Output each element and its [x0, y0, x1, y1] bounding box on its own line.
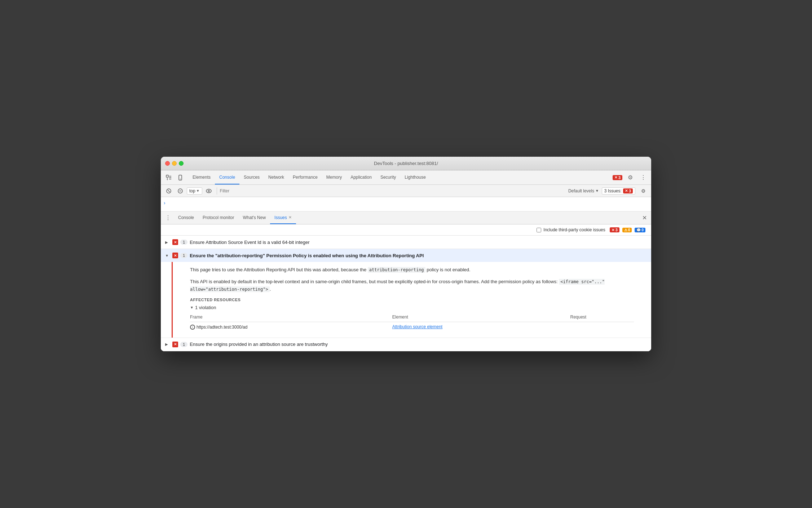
toolbar-separator: [217, 187, 217, 195]
issues-count-badge[interactable]: 3 Issues: ✕ 3: [602, 187, 635, 195]
issue-desc-1: This page tries to use the Attribution R…: [190, 266, 634, 274]
close-issues-tab-icon[interactable]: ✕: [288, 215, 292, 220]
issue-count-1: 1: [180, 240, 187, 245]
frame-icon: i https://adtech.test:3000/ad: [190, 325, 247, 330]
col-element: Element: [392, 313, 570, 322]
issue-row-2: ▼ ✕ 1 Ensure the "attribution-reporting"…: [161, 249, 651, 338]
issue-count-3: 1: [180, 342, 187, 347]
drawer-tab-issues[interactable]: Issues ✕: [270, 211, 296, 224]
tab-security[interactable]: Security: [376, 170, 400, 184]
console-area: ›: [161, 197, 651, 211]
issue-header-3[interactable]: ▶ ✕ 1 Ensure the origins provided in an …: [161, 338, 651, 351]
col-frame: Frame: [190, 313, 392, 322]
console-toolbar: top ▼ Default levels ▼ 3 Issues:: [161, 185, 651, 197]
tab-memory[interactable]: Memory: [322, 170, 346, 184]
more-options-icon[interactable]: ⋮: [638, 173, 648, 183]
context-selector[interactable]: top ▼: [187, 187, 202, 195]
traffic-lights: [165, 161, 184, 166]
tab-sources[interactable]: Sources: [239, 170, 264, 184]
minimize-button[interactable]: [172, 161, 177, 166]
violation-table: Frame Element Request: [190, 313, 634, 332]
issue-desc-2: This API is enabled by default in the to…: [190, 278, 634, 293]
warning-count-item: ⚠ 0: [622, 228, 632, 232]
error-count-item: ✕ 3: [610, 227, 619, 232]
drawer-menu-icon[interactable]: ⋮: [162, 214, 174, 221]
error-count-badge[interactable]: ✕ 3: [613, 175, 622, 180]
console-prompt: ›: [164, 200, 166, 206]
issue-row-3: ▶ ✕ 1 Ensure the origins provided in an …: [161, 338, 651, 351]
issues-toolbar: Include third-party cookie issues ✕ 3 ⚠ …: [161, 224, 651, 236]
toolbar-right: Default levels ▼ 3 Issues: ✕ 3 ⚙: [568, 186, 648, 196]
col-request: Request: [570, 313, 634, 322]
issue-title-1: Ensure Attribution Source Event Id is a …: [190, 240, 309, 245]
tab-performance[interactable]: Performance: [288, 170, 322, 184]
count-badges: ✕ 3 ⚠ 0 💬 0: [610, 227, 645, 232]
drawer: ⋮ Console Protocol monitor What's New Is…: [161, 211, 651, 351]
affected-label: AFFECTED RESOURCES: [190, 298, 634, 302]
clear-console-icon[interactable]: [164, 186, 174, 196]
third-party-checkbox-label[interactable]: Include third-party cookie issues: [537, 227, 605, 232]
top-tabs-icons: [164, 173, 185, 183]
issues-error-badge: ✕ 3: [610, 227, 619, 232]
request-cell: [570, 322, 634, 332]
tab-list: Elements Console Sources Network Perform…: [188, 170, 613, 184]
issue-body-2: This page tries to use the Attribution R…: [172, 262, 651, 337]
issue-header-1[interactable]: ▶ ✕ 1 Ensure Attribution Source Event Id…: [161, 236, 651, 249]
issue-error-icon-2: ✕: [172, 253, 178, 258]
expand-icon-1: ▶: [165, 240, 170, 244]
top-tabs-right: ✕ 3 ⚙ ⋮: [613, 173, 648, 183]
element-cell: Attribution source element: [392, 322, 570, 332]
devtools-body: Elements Console Sources Network Perform…: [161, 170, 651, 351]
affected-resources: AFFECTED RESOURCES ▼ 1 violation Frame E…: [190, 298, 634, 332]
violation-arrow-icon: ▼: [190, 306, 194, 309]
drawer-tab-console[interactable]: Console: [174, 211, 198, 224]
expand-icon-3: ▶: [165, 342, 170, 346]
issue-title-3: Ensure the origins provided in an attrib…: [190, 342, 328, 347]
stop-recording-icon[interactable]: [175, 186, 185, 196]
expand-icon-2: ▼: [165, 254, 170, 258]
tab-console[interactable]: Console: [215, 170, 239, 184]
third-party-checkbox[interactable]: [537, 228, 541, 232]
tab-lighthouse[interactable]: Lighthouse: [400, 170, 430, 184]
svg-rect-0: [166, 175, 168, 177]
frame-circle-icon: i: [190, 325, 195, 330]
top-tab-bar: Elements Console Sources Network Perform…: [161, 170, 651, 185]
code-inline-1: attribution-reporting: [368, 267, 425, 273]
issues-list: ▶ ✕ 1 Ensure Attribution Source Event Id…: [161, 236, 651, 351]
issue-row-1: ▶ ✕ 1 Ensure Attribution Source Event Id…: [161, 236, 651, 249]
svg-point-8: [208, 190, 209, 192]
drawer-tab-bar: ⋮ Console Protocol monitor What's New Is…: [161, 211, 651, 224]
close-button[interactable]: [165, 161, 170, 166]
close-drawer-icon[interactable]: ✕: [639, 214, 650, 221]
tab-network[interactable]: Network: [264, 170, 288, 184]
issue-header-2[interactable]: ▼ ✕ 1 Ensure the "attribution-reporting"…: [161, 249, 651, 262]
issue-title-2: Ensure the "attribution-reporting" Permi…: [190, 253, 424, 258]
drawer-tab-whats-new[interactable]: What's New: [238, 211, 270, 224]
eye-icon[interactable]: [204, 186, 214, 196]
svg-rect-1: [179, 175, 182, 180]
tab-elements[interactable]: Elements: [188, 170, 215, 184]
filter-input[interactable]: [220, 188, 567, 193]
default-levels-button[interactable]: Default levels ▼: [568, 188, 599, 193]
window-title: DevTools - publisher.test:8081/: [374, 161, 438, 166]
svg-point-7: [206, 189, 211, 193]
titlebar: DevTools - publisher.test:8081/: [161, 157, 651, 170]
violation-toggle[interactable]: ▼ 1 violation: [190, 305, 634, 310]
inspect-icon[interactable]: [164, 173, 174, 183]
table-row: i https://adtech.test:3000/ad Attributio…: [190, 322, 634, 332]
tab-application[interactable]: Application: [346, 170, 376, 184]
info-count-item: 💬 0: [635, 228, 645, 232]
drawer-tab-protocol-monitor[interactable]: Protocol monitor: [198, 211, 238, 224]
devtools-window: DevTools - publisher.test:8081/: [161, 157, 651, 351]
issue-error-icon-3: ✕: [172, 342, 178, 347]
console-settings-icon[interactable]: ⚙: [638, 186, 648, 196]
issue-error-icon-1: ✕: [172, 239, 178, 245]
maximize-button[interactable]: [179, 161, 184, 166]
frame-cell: i https://adtech.test:3000/ad: [190, 322, 392, 332]
attribution-source-link[interactable]: Attribution source element: [392, 324, 442, 329]
issues-error-count: ✕ 3: [623, 188, 633, 193]
svg-line-4: [168, 190, 170, 192]
issue-count-2: 1: [180, 253, 187, 258]
settings-icon[interactable]: ⚙: [625, 173, 635, 183]
mobile-icon[interactable]: [175, 173, 185, 183]
